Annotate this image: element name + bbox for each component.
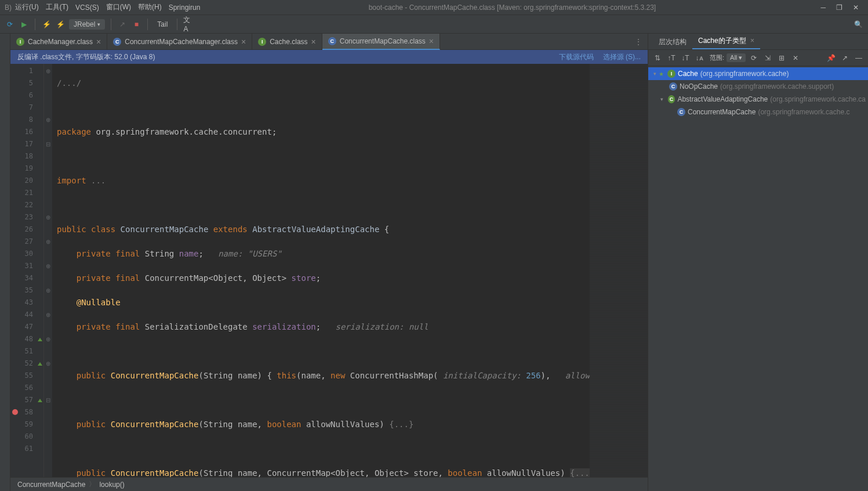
autoscroll-icon[interactable]: ⇲ <box>762 52 773 64</box>
menu-vcs[interactable]: VCS(S) <box>72 3 103 12</box>
translate-icon[interactable]: 文A <box>183 19 194 30</box>
breadcrumb-class[interactable]: ConcurrentMapCache <box>17 481 85 489</box>
jrebel-debug-icon[interactable]: ⚡ <box>55 19 66 30</box>
tab-concurrentmapcache[interactable]: CConcurrentMapCache.class× <box>322 34 440 50</box>
run-icon[interactable]: ▶ <box>19 19 29 30</box>
main-area: ICacheManager.class× CConcurrentMapCache… <box>0 34 868 491</box>
menu-springirun[interactable]: Springirun <box>165 3 204 12</box>
download-sources-link[interactable]: 下载源代码 <box>559 52 594 62</box>
editor-tabs: ICacheManager.class× CConcurrentMapCache… <box>10 34 648 50</box>
line-number-gutter: 1 5 6 7 8 16 17 18 19 20 21 22 23 26 27 … <box>10 64 44 477</box>
code-editor[interactable]: /.../ package org.springframework.cache.… <box>52 64 590 477</box>
decompile-info-text: 反编译 .class文件, 字节码版本: 52.0 (Java 8) <box>17 52 155 62</box>
fold-icon[interactable]: ⊟ <box>44 138 52 150</box>
interface-icon: C <box>668 95 675 103</box>
expander-icon[interactable]: ▾ <box>658 96 666 102</box>
class-hierarchy-icon[interactable]: ⇅ <box>652 52 663 64</box>
menubar: B) 运行(U) 工具(T) VCS(S) 窗口(W) 帮助(H) Spring… <box>0 0 868 15</box>
fold-icon[interactable]: ⊕ <box>44 236 52 248</box>
override-icon[interactable] <box>38 398 42 402</box>
fold-icon[interactable]: ⊕ <box>44 333 52 345</box>
refresh-icon[interactable]: ⟳ <box>748 52 760 64</box>
decompile-info-bar: 反编译 .class文件, 字节码版本: 52.0 (Java 8) 下载源代码… <box>10 50 648 64</box>
refresh-icon[interactable]: ⟳ <box>5 19 15 30</box>
window-title: boot-cache - ConcurrentMapCache.class [M… <box>204 3 820 12</box>
fold-gutter: ⊕ ⊕ ⊟ ⊕ ⊕ ⊕ ⊕ ⊕ ⊕ ⊕ ⊟ <box>44 64 52 477</box>
minimize-icon[interactable]: ─ <box>820 3 826 12</box>
breakpoint-icon[interactable] <box>12 409 18 415</box>
search-icon[interactable]: 🔍 <box>853 19 863 30</box>
fold-icon[interactable]: ⊕ <box>44 211 52 223</box>
tree-item-concurrentmapcache[interactable]: C ConcurrentMapCache (org.springframewor… <box>648 106 868 118</box>
pin-marker-icon: ★ <box>659 71 664 77</box>
pin-icon[interactable]: 📌 <box>825 52 837 64</box>
scope-label: 范围: <box>710 53 724 62</box>
tab-close-icon[interactable]: × <box>429 37 434 46</box>
tab-cache[interactable]: ICache.class× <box>252 34 322 50</box>
supertypes-icon[interactable]: ↑T <box>666 52 677 64</box>
fold-icon[interactable]: ⊕ <box>44 309 52 321</box>
tab-close-icon[interactable]: × <box>241 37 246 46</box>
class-icon: C <box>669 82 677 91</box>
tab-subtypes[interactable]: Cache的子类型 × <box>692 34 760 49</box>
expander-icon[interactable]: ▾ <box>651 71 659 77</box>
class-icon: C <box>677 108 685 116</box>
editor-area: ICacheManager.class× CConcurrentMapCache… <box>10 34 648 491</box>
fold-icon[interactable]: ⊕ <box>44 114 52 126</box>
hierarchy-tree: ▾ ★ I Cache (org.springframework.cache) … <box>648 66 868 491</box>
right-panel-tabs: 层次结构 Cache的子类型 × <box>648 34 868 50</box>
menu-left-edge: B) <box>5 3 12 12</box>
tabs-menu-icon[interactable]: ⋮ <box>629 38 648 46</box>
tab-close-icon[interactable]: × <box>750 37 754 45</box>
menu-run[interactable]: 运行(U) <box>12 2 42 12</box>
stop-icon[interactable]: ■ <box>131 19 141 30</box>
sort-icon[interactable]: ↓ᴀ <box>693 52 705 64</box>
scope-dropdown[interactable]: All ▾ <box>727 53 746 62</box>
subtypes-icon[interactable]: ↓T <box>680 52 691 64</box>
export-icon[interactable]: ↗ <box>839 52 851 64</box>
tab-close-icon[interactable]: × <box>311 37 316 46</box>
fold-icon[interactable]: ⊟ <box>44 394 52 406</box>
tab-close-icon[interactable]: × <box>96 37 101 46</box>
tree-item-noopcache[interactable]: C NoOpCache (org.springframework.cache.s… <box>648 80 868 93</box>
menu-help[interactable]: 帮助(H) <box>135 2 165 12</box>
window-controls: ─ ❐ ✕ <box>820 3 863 12</box>
close-icon[interactable]: ✕ <box>853 3 859 12</box>
tail-button[interactable]: Tail <box>154 20 171 28</box>
override-icon[interactable] <box>38 337 42 341</box>
hierarchy-toolbar: ⇅ ↑T ↓T ↓ᴀ 范围: All ▾ ⟳ ⇲ ⊞ ✕ 📌 ↗ — <box>648 50 868 66</box>
tree-item-abstractvalueadaptingcache[interactable]: ▾ C AbstractValueAdaptingCache (org.spri… <box>648 93 868 106</box>
fold-icon[interactable]: ⊕ <box>44 65 52 77</box>
breadcrumb: ConcurrentMapCache 〉 lookup() <box>10 477 648 491</box>
jrebel-dropdown[interactable]: JRebel▾ <box>69 19 105 30</box>
code-minimap[interactable] <box>590 64 648 477</box>
arrow-icon[interactable]: ↗ <box>117 19 128 30</box>
toolbar: ⟳ ▶ ⚡ ⚡ JRebel▾ ↗ ■ Tail 文A 🔍 <box>0 15 868 34</box>
tab-hierarchy[interactable]: 层次结构 <box>653 35 692 49</box>
jrebel-reload-icon[interactable]: ⚡ <box>41 19 52 30</box>
tree-item-cache[interactable]: ▾ ★ I Cache (org.springframework.cache) <box>648 67 868 80</box>
choose-sources-link[interactable]: 选择源 (S)... <box>603 52 641 62</box>
hierarchy-panel: 层次结构 Cache的子类型 × ⇅ ↑T ↓T ↓ᴀ 范围: All ▾ ⟳ … <box>648 34 868 491</box>
breadcrumb-method[interactable]: lookup() <box>99 481 124 489</box>
override-icon[interactable] <box>38 361 42 366</box>
code-container: 1 5 6 7 8 16 17 18 19 20 21 22 23 26 27 … <box>10 64 648 477</box>
tab-concurrentmapcachemanager[interactable]: CConcurrentMapCacheManager.class× <box>107 34 252 50</box>
fold-icon[interactable]: ⊕ <box>44 260 52 272</box>
interface-icon: I <box>667 70 675 78</box>
menu-window[interactable]: 窗口(W) <box>103 2 135 12</box>
fold-icon[interactable]: ⊕ <box>44 284 52 297</box>
fold-icon[interactable]: ⊕ <box>44 358 52 370</box>
maximize-icon[interactable]: ❐ <box>836 3 842 12</box>
expand-icon[interactable]: ⊞ <box>776 52 787 64</box>
menu-tools[interactable]: 工具(T) <box>42 2 72 12</box>
tab-cachemanager[interactable]: ICacheManager.class× <box>10 34 107 50</box>
close-icon[interactable]: ✕ <box>790 52 801 64</box>
hide-icon[interactable]: — <box>853 52 865 64</box>
left-tool-gutter <box>0 34 10 491</box>
